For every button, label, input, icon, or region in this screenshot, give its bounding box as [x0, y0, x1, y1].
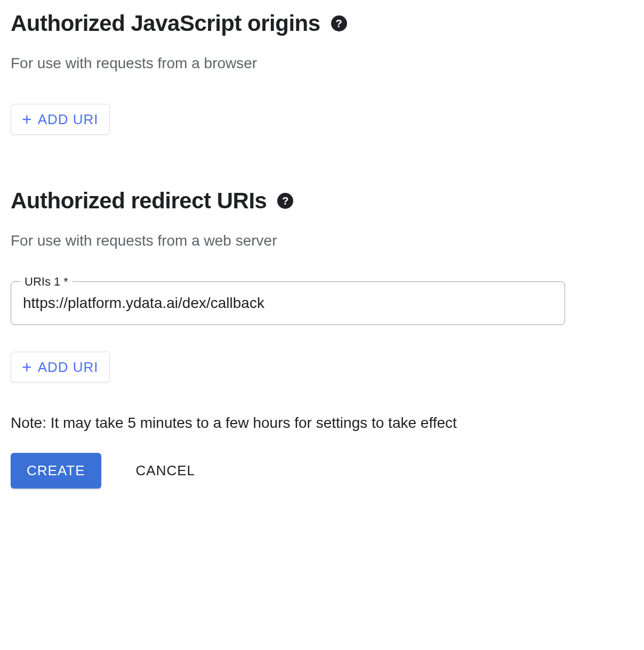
- redirect-uris-title: Authorized redirect URIs: [11, 188, 267, 214]
- help-icon[interactable]: ?: [331, 15, 347, 31]
- redirect-uris-header: Authorized redirect URIs ?: [11, 188, 633, 214]
- create-button[interactable]: CREATE: [11, 453, 101, 489]
- uri-field-label: URIs 1 *: [20, 275, 73, 289]
- action-buttons: CREATE CANCEL: [11, 453, 633, 489]
- cancel-button[interactable]: CANCEL: [131, 453, 200, 489]
- uri-input[interactable]: [11, 281, 565, 325]
- plus-icon: +: [22, 359, 33, 376]
- add-uri-button[interactable]: + ADD URI: [11, 104, 110, 135]
- uri-input-wrapper: URIs 1 *: [11, 281, 633, 325]
- js-origins-section: Authorized JavaScript origins ? For use …: [11, 11, 633, 135]
- add-uri-label: ADD URI: [38, 359, 99, 376]
- plus-icon: +: [22, 111, 33, 128]
- add-uri-button[interactable]: + ADD URI: [11, 352, 110, 383]
- js-origins-header: Authorized JavaScript origins ?: [11, 11, 633, 36]
- settings-note: Note: It may take 5 minutes to a few hou…: [11, 415, 633, 432]
- add-uri-label: ADD URI: [38, 111, 99, 128]
- redirect-uris-description: For use with requests from a web server: [11, 232, 633, 249]
- redirect-uris-section: Authorized redirect URIs ? For use with …: [11, 188, 633, 489]
- help-icon[interactable]: ?: [277, 193, 293, 209]
- js-origins-description: For use with requests from a browser: [11, 55, 633, 72]
- js-origins-title: Authorized JavaScript origins: [11, 11, 320, 36]
